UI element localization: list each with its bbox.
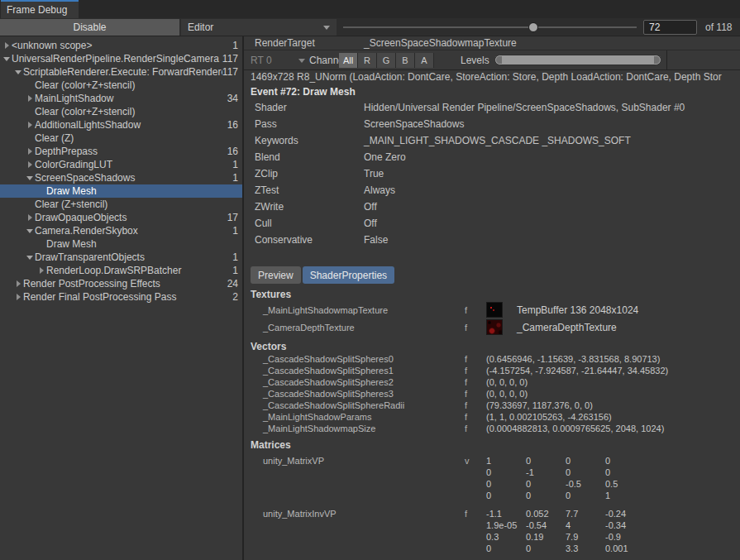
vectors-section-header: Vectors — [244, 341, 740, 353]
texture-name: _MainLightShadowmapTexture — [263, 305, 465, 315]
vector-name: _CascadeShadowSplitSpheres1 — [263, 366, 465, 376]
vector-type-indicator: f — [465, 354, 486, 364]
vector-name: _CascadeShadowSplitSpheres0 — [263, 354, 465, 364]
vector-type-indicator: f — [465, 424, 486, 433]
tree-row-selected[interactable]: Draw Mesh — [0, 184, 242, 198]
foldout-arrow-icon[interactable] — [25, 161, 35, 168]
tree-item-label: Draw Mesh — [46, 185, 222, 197]
tree-row[interactable]: DrawOpaqueObjects 17 — [0, 211, 242, 224]
channel-button-g[interactable]: G — [377, 53, 396, 68]
tree-item-label: <unknown scope> — [12, 40, 222, 51]
tree-row[interactable]: Render PostProcessing Effects 24 — [0, 277, 242, 290]
matrix-cell: 0 — [486, 491, 526, 502]
disable-button[interactable]: Disable — [0, 19, 179, 36]
texture-value: TempBuffer 136 2048x1024 — [517, 304, 740, 316]
foldout-arrow-icon[interactable] — [36, 267, 46, 274]
tab-frame-debug-label: Frame Debug — [7, 4, 67, 16]
property-row: Pass ScreenSpaceShadows — [244, 116, 740, 132]
property-row: ZTest Always — [244, 182, 740, 199]
tab-shader-properties[interactable]: ShaderProperties — [303, 266, 394, 284]
tree-item-label: Clear (color+Z+stencil) — [35, 106, 222, 117]
vector-value: (79.33697, 1187.376, 0, 0) — [486, 400, 740, 410]
tree-row[interactable]: Clear (color+Z+stencil) — [0, 79, 242, 92]
foldout-arrow-icon[interactable] — [13, 280, 23, 287]
window-tab-bar: Frame Debug — [0, 0, 740, 18]
property-value: Off — [364, 218, 740, 229]
tree-item-label: AdditionalLightsShadow — [35, 119, 222, 131]
vector-row: _MainLightShadowParams f (1, 1, 0.002105… — [244, 411, 740, 423]
foldout-arrow-icon[interactable] — [25, 95, 35, 102]
property-value: ScreenSpaceShadows — [364, 118, 740, 130]
matrix-type-indicator: f — [465, 509, 486, 555]
matrix-cell: 0.3 — [486, 532, 526, 543]
foldout-arrow-icon[interactable] — [2, 42, 12, 49]
channel-button-group: All R G B A — [339, 53, 434, 68]
foldout-arrow-icon[interactable] — [25, 122, 35, 128]
texture-thumbnail[interactable] — [486, 302, 503, 318]
tab-frame-debug[interactable]: Frame Debug — [1, 0, 79, 18]
levels-range-slider[interactable] — [494, 55, 661, 65]
tree-row[interactable]: Clear (Z+stencil) — [0, 198, 242, 211]
tree-row[interactable]: ColorGradingLUT 1 — [0, 158, 242, 171]
tree-row[interactable]: MainLightShadow 34 — [0, 92, 242, 105]
tree-row[interactable]: ScriptableRenderer.Execute: ForwardRende… — [0, 65, 242, 79]
vector-name: _CascadeShadowSplitSpheres3 — [263, 389, 465, 399]
tree-item-count: 2 — [222, 291, 242, 303]
tree-row[interactable]: UniversalRenderPipeline.RenderSingleCame… — [0, 52, 242, 65]
tree-item-count: 16 — [222, 146, 242, 157]
matrix-cell: 0 — [526, 543, 566, 555]
tree-item-count: 34 — [222, 93, 242, 104]
matrix-cell: 1 — [486, 456, 526, 467]
vector-type-indicator: f — [465, 389, 486, 399]
texture-type-indicator: f — [465, 323, 486, 333]
tree-row[interactable]: DrawTransparentObjects 1 — [0, 251, 242, 264]
tree-item-label: ScriptableRenderer.Execute: ForwardRende… — [23, 66, 222, 78]
texture-thumbnail[interactable] — [486, 319, 503, 335]
event-slider-thumb[interactable] — [528, 22, 538, 32]
channel-button-a[interactable]: A — [415, 53, 434, 68]
foldout-arrow-icon[interactable] — [25, 176, 35, 180]
rt-index-dropdown[interactable]: RT 0 — [251, 53, 305, 68]
tree-row[interactable]: Draw Mesh — [0, 237, 242, 251]
tree-row[interactable]: Clear (color+Z+stencil) — [0, 105, 242, 118]
channel-button-b[interactable]: B — [396, 53, 415, 68]
tree-item-count: 17 — [222, 212, 242, 223]
tree-item-label: RenderLoop.DrawSRPBatcher — [46, 265, 222, 276]
channel-button-all[interactable]: All — [339, 53, 358, 68]
property-value: False — [364, 234, 740, 246]
matrix-cell: 0 — [566, 467, 605, 479]
matrix-cell: 0 — [486, 479, 526, 491]
event-slider-track[interactable] — [343, 26, 637, 28]
matrix-cell: 0 — [566, 491, 605, 502]
vector-name: _CascadeShadowSplitSphereRadii — [263, 400, 465, 410]
tab-preview[interactable]: Preview — [251, 266, 301, 284]
foldout-arrow-icon[interactable] — [13, 70, 23, 74]
tree-row[interactable]: Render Final PostProcessing Pass 2 — [0, 290, 242, 304]
channel-button-r[interactable]: R — [358, 53, 377, 68]
foldout-arrow-icon[interactable] — [25, 229, 35, 233]
event-slider[interactable] — [343, 18, 637, 36]
property-row: ZClip True — [244, 165, 740, 182]
foldout-arrow-icon[interactable] — [25, 148, 35, 155]
tree-row[interactable]: AdditionalLightsShadow 16 — [0, 118, 242, 132]
toolbar-separator — [666, 50, 667, 70]
tree-row[interactable]: <unknown scope> 1 — [0, 39, 242, 52]
frame-debugger-window: Frame Debug Disable Editor 72 of 118 <un… — [0, 0, 740, 560]
event-number-field[interactable]: 72 — [643, 20, 697, 35]
levels-label: Levels — [461, 50, 489, 70]
textures-section-header: Textures — [244, 289, 740, 301]
tree-row[interactable]: Clear (Z) — [0, 132, 242, 145]
foldout-arrow-icon[interactable] — [25, 214, 35, 221]
foldout-arrow-icon[interactable] — [2, 57, 12, 61]
vector-name: _CascadeShadowSplitSpheres2 — [263, 377, 465, 387]
foldout-arrow-icon[interactable] — [13, 294, 23, 300]
tree-item-label: Clear (Z+stencil) — [35, 199, 222, 210]
tree-row[interactable]: RenderLoop.DrawSRPBatcher 1 — [0, 264, 242, 277]
tree-item-count: 1 — [222, 172, 242, 184]
tree-row[interactable]: DepthPrepass 16 — [0, 145, 242, 158]
tree-row[interactable]: ScreenSpaceShadows 1 — [0, 171, 242, 184]
foldout-arrow-icon[interactable] — [25, 256, 35, 260]
matrix-cell: 0.052 — [526, 509, 566, 520]
target-dropdown[interactable]: Editor — [181, 19, 337, 36]
tree-row[interactable]: Camera.RenderSkybox 1 — [0, 224, 242, 237]
